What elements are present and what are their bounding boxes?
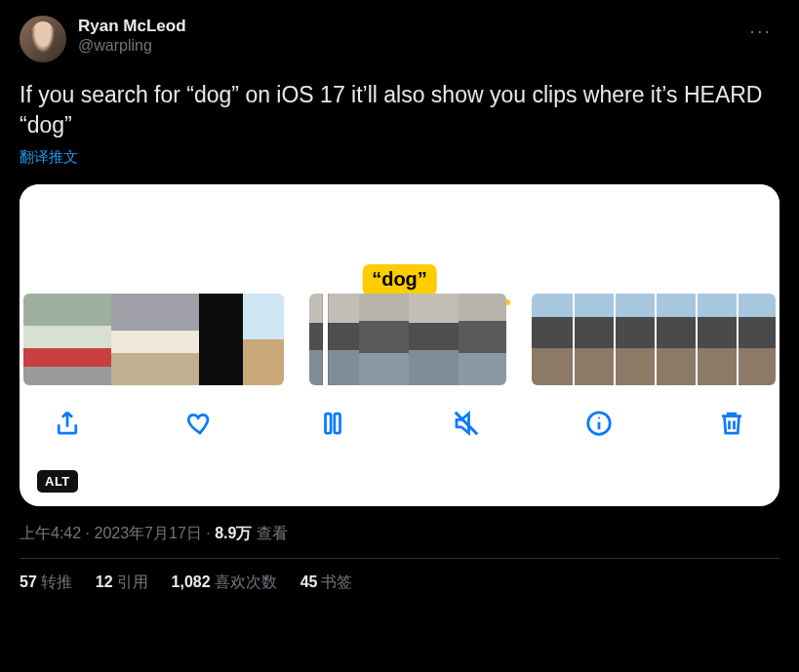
svg-point-5 — [598, 416, 600, 418]
tweet-container: Ryan McLeod @warpling ··· If you search … — [0, 0, 799, 603]
tweet-text: If you search for “dog” on iOS 17 it’ll … — [20, 80, 779, 140]
timeline-frame — [573, 294, 614, 385]
timeline-frame — [696, 294, 737, 385]
clip-group-3[interactable] — [532, 294, 776, 385]
mute-icon[interactable] — [450, 407, 483, 440]
avatar[interactable] — [20, 16, 66, 62]
timeline-frame — [532, 294, 573, 385]
more-button[interactable]: ··· — [741, 16, 779, 46]
timeline-frame — [359, 294, 409, 385]
likes-stat[interactable]: 1,082喜欢次数 — [172, 573, 277, 593]
media-card[interactable]: “dog” — [20, 184, 779, 506]
timeline-frame — [243, 294, 284, 385]
pause-icon[interactable] — [316, 407, 349, 440]
timeline-frame — [67, 294, 111, 385]
heart-icon[interactable] — [183, 407, 217, 440]
info-icon[interactable] — [582, 407, 616, 440]
stats-row: 57转推 12引用 1,082喜欢次数 45书签 — [20, 559, 779, 593]
timeline-frame — [655, 294, 696, 385]
views-count: 8.9万 — [215, 525, 252, 541]
tweet-meta: 上午4:42 · 2023年7月17日 · 8.9万 查看 — [20, 524, 779, 544]
bookmarks-stat[interactable]: 45书签 — [300, 573, 353, 593]
quotes-stat[interactable]: 12引用 — [96, 573, 148, 593]
clip-group-1[interactable] — [23, 294, 284, 385]
trash-icon[interactable] — [715, 407, 748, 440]
timeline-frame — [309, 294, 359, 385]
timeline-frame — [111, 294, 155, 385]
timeline-frame — [155, 294, 199, 385]
author-handle: @warpling — [78, 36, 186, 56]
timeline-frame — [409, 294, 459, 385]
timeline-frame — [23, 294, 67, 385]
video-timeline[interactable] — [20, 294, 779, 385]
retweets-stat[interactable]: 57转推 — [20, 573, 72, 593]
tweet-header: Ryan McLeod @warpling ··· — [20, 16, 779, 62]
translate-link[interactable]: 翻译推文 — [20, 148, 779, 167]
playhead[interactable] — [323, 294, 328, 385]
share-icon[interactable] — [51, 407, 84, 440]
timeline-frame — [459, 294, 506, 385]
media-controls — [20, 385, 779, 440]
tweet-time[interactable]: 上午4:42 — [20, 525, 81, 541]
clip-group-2[interactable] — [309, 294, 506, 385]
tweet-date[interactable]: 2023年7月17日 — [94, 525, 201, 541]
svg-rect-0 — [326, 414, 332, 433]
svg-rect-1 — [335, 414, 340, 433]
alt-badge[interactable]: ALT — [37, 470, 78, 493]
views-label: 查看 — [252, 525, 287, 541]
timeline-frame — [199, 294, 243, 385]
display-name: Ryan McLeod — [78, 16, 186, 36]
author-names[interactable]: Ryan McLeod @warpling — [78, 16, 186, 56]
timeline-frame — [614, 294, 655, 385]
caption-highlight: “dog” — [362, 264, 437, 296]
timeline-frame — [737, 294, 776, 385]
